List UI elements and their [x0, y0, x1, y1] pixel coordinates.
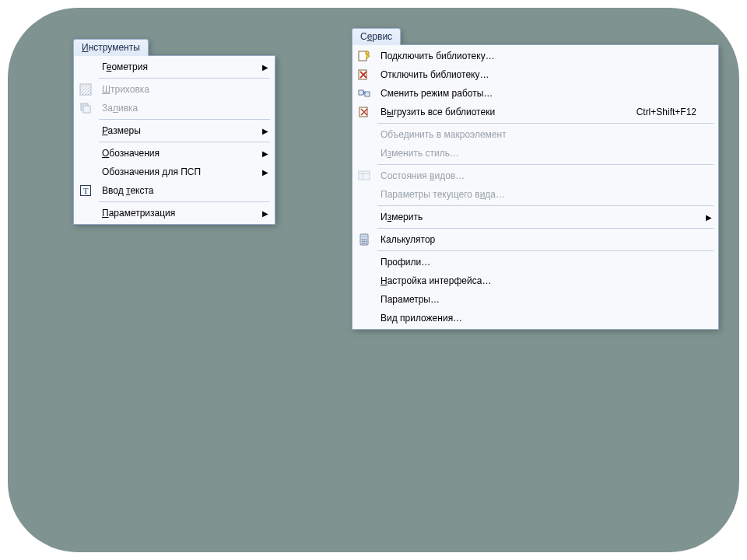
svg-text:T: T — [83, 186, 89, 195]
menu-item: Объединить в макроэлемент — [354, 125, 717, 144]
menu-separator — [99, 78, 270, 79]
menu-item-label: Обозначения — [96, 148, 262, 159]
menu-item[interactable]: Размеры▶ — [75, 121, 273, 140]
submenu-arrow-icon: ▶ — [262, 127, 273, 135]
menu-item[interactable]: Геометрия▶ — [75, 58, 273, 76]
menu-item-label: Геометрия — [96, 61, 262, 72]
menu-item: Состояния видов… — [354, 166, 717, 185]
menu-item-label: Ввод текста — [96, 185, 262, 196]
submenu-arrow-icon: ▶ — [262, 149, 273, 158]
no-icon — [354, 208, 374, 226]
no-icon — [75, 58, 96, 76]
svg-rect-12 — [359, 171, 370, 180]
svg-rect-2 — [83, 106, 90, 113]
menu-item-label: Параметризация — [96, 208, 262, 219]
svg-point-19 — [363, 241, 365, 243]
svg-point-16 — [363, 239, 365, 240]
menu-item[interactable]: Параметризация▶ — [75, 204, 273, 222]
menu-service: Сервис Подключить библиотеку…Отключить б… — [352, 28, 719, 330]
menu-item[interactable]: Калькулятор — [354, 230, 717, 249]
menu-item[interactable]: Настройка интерфейса… — [354, 271, 717, 290]
submenu-arrow-icon: ▶ — [262, 168, 273, 177]
menu-item-label: Профили… — [374, 257, 706, 268]
menu-separator — [99, 201, 270, 202]
menu-items-instruments: Геометрия▶ШтриховкаЗаливкаРазмеры▶Обозна… — [74, 56, 275, 224]
menu-instruments: Инструменты Геометрия▶ШтриховкаЗаливкаРа… — [73, 39, 275, 225]
svg-point-23 — [366, 243, 367, 244]
menu-item-label: Размеры — [96, 125, 262, 136]
no-icon — [354, 253, 374, 271]
svg-point-21 — [362, 243, 363, 244]
menu-item[interactable]: Подключить библиотеку… — [354, 47, 717, 65]
menu-item[interactable]: Параметры… — [354, 290, 717, 309]
menu-separator — [377, 250, 714, 251]
mode-switch-icon — [354, 84, 374, 103]
menu-item-label: Сменить режим работы… — [374, 88, 706, 99]
svg-point-17 — [366, 239, 367, 240]
menu-item[interactable]: Отключить библиотеку… — [354, 65, 717, 84]
menu-item[interactable]: Сменить режим работы… — [354, 84, 717, 103]
svg-rect-9 — [365, 92, 370, 96]
no-icon — [75, 204, 96, 222]
no-icon — [354, 271, 374, 290]
lib-unload-icon — [354, 103, 374, 121]
menu-items-service: Подключить библиотеку…Отключить библиоте… — [352, 45, 718, 329]
menu-item-label: Обозначения для ПСП — [96, 166, 262, 177]
menu-separator — [377, 164, 714, 165]
fill-icon — [75, 99, 96, 117]
text-icon: T — [75, 181, 96, 200]
menu-item-label: Состояния видов… — [374, 170, 706, 181]
no-icon — [354, 290, 374, 309]
svg-rect-14 — [362, 236, 367, 238]
menu-item[interactable]: TВвод текста — [75, 181, 273, 200]
no-icon — [75, 144, 96, 163]
menu-item-label: Штриховка — [96, 84, 262, 95]
svg-point-6 — [366, 51, 369, 54]
menu-item-label: Параметры текущего вида… — [374, 189, 706, 200]
svg-rect-8 — [359, 90, 363, 95]
hatch-icon — [75, 80, 96, 99]
menu-item-label: Отключить библиотеку… — [374, 69, 706, 80]
menu-item[interactable]: Обозначения▶ — [75, 144, 273, 163]
menu-body-service: Подключить библиотеку…Отключить библиоте… — [352, 44, 719, 330]
menu-item: Заливка — [75, 99, 273, 117]
menu-item-label: Калькулятор — [374, 234, 706, 245]
svg-point-22 — [363, 243, 365, 244]
menu-tab-instruments[interactable]: Инструменты — [73, 39, 149, 56]
menu-item-label: Заливка — [96, 103, 262, 114]
no-icon — [75, 121, 96, 140]
menu-item: Параметры текущего вида… — [354, 185, 717, 204]
no-icon — [354, 309, 374, 327]
menu-item[interactable]: Профили… — [354, 253, 717, 271]
menu-item-label: Измерить — [374, 212, 706, 222]
menu-item-label: Объединить в макроэлемент — [374, 129, 706, 140]
stage: Инструменты Геометрия▶ШтриховкаЗаливкаРа… — [0, 0, 747, 560]
menu-item[interactable]: Выгрузить все библиотекиCtrl+Shift+F12 — [354, 103, 717, 121]
svg-point-20 — [366, 241, 367, 243]
menu-item[interactable]: Обозначения для ПСП▶ — [75, 163, 273, 181]
no-icon — [75, 163, 96, 181]
lib-connect-icon — [354, 47, 374, 65]
menu-tab-service[interactable]: Сервис — [352, 28, 401, 45]
view-state-icon — [354, 166, 374, 185]
menu-item[interactable]: Измерить▶ — [354, 208, 717, 226]
menu-item-label: Вид приложения… — [374, 313, 706, 324]
menu-item-label: Настройка интерфейса… — [374, 275, 706, 286]
calculator-icon — [354, 230, 374, 249]
no-icon — [354, 144, 374, 163]
menu-separator — [377, 205, 714, 206]
menu-separator — [99, 119, 270, 120]
menu-body-instruments: Геометрия▶ШтриховкаЗаливкаРазмеры▶Обозна… — [73, 55, 275, 225]
submenu-arrow-icon: ▶ — [262, 63, 273, 72]
menu-separator — [377, 123, 714, 124]
menu-item: Штриховка — [75, 80, 273, 99]
menu-item[interactable]: Вид приложения… — [354, 309, 717, 327]
submenu-arrow-icon: ▶ — [706, 213, 717, 222]
lib-disconnect-icon — [354, 65, 374, 84]
menu-item-label: Изменить стиль… — [374, 148, 706, 159]
submenu-arrow-icon: ▶ — [262, 209, 273, 218]
menu-item-label: Выгрузить все библиотеки — [374, 107, 637, 117]
no-icon — [354, 185, 374, 204]
svg-point-18 — [362, 241, 363, 243]
no-icon — [354, 125, 374, 144]
